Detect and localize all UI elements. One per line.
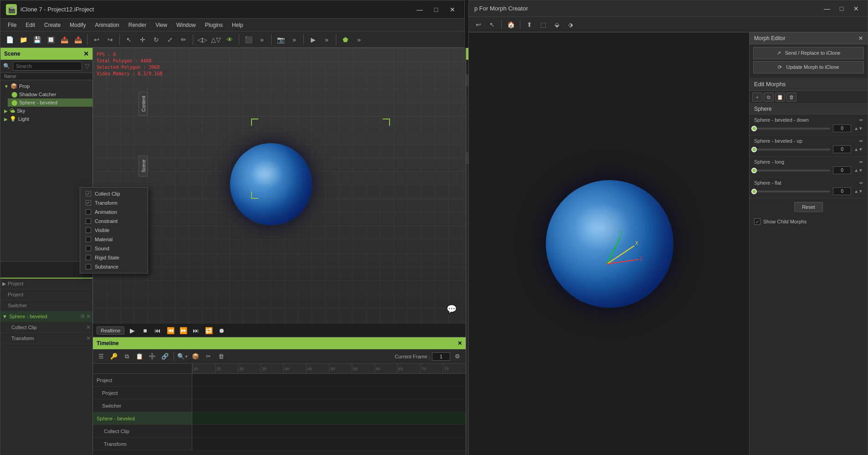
tl-settings-btn[interactable]: ⚙ — [452, 351, 463, 362]
add-morph-btn[interactable]: + — [752, 93, 762, 102]
slider-edit-long[interactable]: ✏ — [859, 160, 863, 165]
tl-split-btn[interactable]: ✂ — [203, 351, 214, 362]
slider-value-down[interactable] — [833, 124, 851, 132]
morph-select-btn[interactable]: ↖ — [486, 19, 498, 31]
slider-track-long[interactable] — [754, 170, 830, 171]
tl-connect-btn[interactable]: 🔗 — [159, 351, 170, 362]
slider-spinner-up-down[interactable]: ▲▼ — [854, 126, 863, 131]
delete-morph-btn[interactable]: 🗑 — [786, 93, 796, 102]
anim-more[interactable]: » — [320, 33, 333, 46]
stop-button[interactable]: ■ — [140, 326, 150, 336]
brush-button[interactable]: ✏ — [177, 33, 190, 46]
slider-thumb-long[interactable] — [751, 168, 757, 173]
context-item-transform[interactable]: Transform — [80, 198, 148, 207]
rotate-button[interactable]: ↻ — [150, 33, 163, 46]
more-button-1[interactable]: » — [256, 33, 268, 46]
scene-side-tab[interactable]: Scene — [139, 155, 148, 176]
slider-track-up[interactable] — [754, 149, 830, 150]
realtime-button[interactable]: Realtime — [97, 326, 124, 335]
morph-view3-btn[interactable]: ⬙ — [551, 19, 563, 31]
menu-plugins[interactable]: Plugins — [201, 21, 226, 29]
flip-v-button[interactable]: △▽ — [210, 33, 222, 46]
tl-zoom-in[interactable]: 🔍+ — [177, 351, 188, 362]
morph-undo-btn[interactable]: ↩ — [473, 19, 484, 31]
comment-icon[interactable]: 💬 — [447, 304, 457, 314]
track-label-sphere[interactable]: Sphere - beveled — [93, 412, 192, 425]
import-button[interactable]: 📥 — [72, 33, 84, 46]
context-item-collect-clip[interactable]: Collect Clip — [80, 189, 148, 198]
track-settings-icon[interactable]: ⚙ — [80, 313, 85, 320]
camera-button[interactable]: 📷 — [274, 33, 287, 46]
morph-home-btn[interactable]: 🏠 — [505, 19, 517, 31]
tl-delete-btn[interactable]: 🗑 — [216, 351, 226, 362]
prev-frame-button[interactable]: ⏮ — [153, 326, 163, 336]
context-item-visible[interactable]: Visible — [80, 226, 148, 235]
tree-item-light[interactable]: ▶ 💡 Light — [0, 115, 92, 123]
menu-render[interactable]: Render — [125, 21, 150, 29]
slider-spinner-flat[interactable]: ▲▼ — [854, 189, 863, 194]
morph-view4-btn[interactable]: ⬗ — [565, 19, 576, 31]
slider-thumb-down[interactable] — [751, 126, 757, 131]
next-frame-button[interactable]: ⏭ — [191, 326, 201, 336]
context-item-rigid-state[interactable]: Rigid State — [80, 253, 148, 262]
slider-thumb-up[interactable] — [751, 147, 757, 152]
tl-key-btn[interactable]: 🔑 — [108, 351, 119, 362]
tl-zoom-out[interactable]: 📦 — [190, 351, 201, 362]
current-frame-input[interactable] — [432, 352, 450, 361]
paste-morph-btn[interactable]: 📋 — [775, 93, 785, 102]
save-file-button[interactable]: 💾 — [31, 33, 43, 46]
morph-view1-btn[interactable]: ⬆ — [524, 19, 535, 31]
snap-button[interactable]: ⬟ — [339, 33, 352, 46]
new-file-button[interactable]: 📄 — [3, 33, 16, 46]
morph-maximize-btn[interactable]: □ — [836, 4, 847, 13]
close-button[interactable]: ✕ — [446, 5, 459, 14]
tl-tracks-btn[interactable]: ☰ — [96, 351, 107, 362]
snap-more[interactable]: » — [353, 33, 365, 46]
tree-item-sphere-beveled[interactable]: ⬤ Sphere - beveled — [8, 98, 92, 107]
slider-edit-down[interactable]: ✏ — [859, 118, 863, 123]
menu-modify[interactable]: Modify — [66, 21, 89, 29]
morph-minimize-btn[interactable]: — — [821, 4, 833, 13]
scale-button[interactable]: ⤢ — [164, 33, 176, 46]
menu-create[interactable]: Create — [41, 21, 64, 29]
content-side-tab[interactable]: Content — [139, 92, 148, 116]
track-close-icon[interactable]: ✕ — [86, 313, 91, 320]
menu-file[interactable]: File — [4, 21, 20, 29]
menu-help[interactable]: Help — [228, 21, 247, 29]
context-item-material[interactable]: Material — [80, 235, 148, 244]
preview-button[interactable]: 🔲 — [44, 33, 57, 46]
reset-button[interactable]: Reset — [794, 202, 823, 212]
slider-spinner-up-up[interactable]: ▲▼ — [854, 147, 863, 152]
tl-add-btn[interactable]: ➕ — [147, 351, 158, 362]
slider-track-flat[interactable] — [754, 191, 830, 192]
export-button[interactable]: 📤 — [58, 33, 71, 46]
slider-value-flat[interactable] — [833, 187, 851, 195]
record-button[interactable]: ⏺ — [216, 326, 226, 336]
context-item-constraint[interactable]: Constraint — [80, 217, 148, 226]
menu-animation[interactable]: Animation — [91, 21, 123, 29]
slider-thumb-flat[interactable] — [751, 189, 757, 194]
maximize-button[interactable]: □ — [430, 5, 442, 14]
slider-value-long[interactable] — [833, 166, 851, 174]
redo-button[interactable]: ↪ — [104, 33, 117, 46]
visibility-button[interactable]: 👁 — [223, 33, 236, 46]
menu-edit[interactable]: Edit — [22, 21, 39, 29]
morph-editor-close[interactable]: ✕ — [858, 35, 863, 41]
send-replace-button[interactable]: ↗ Send / Replace to iClone — [753, 47, 864, 59]
context-item-substance[interactable]: Substance — [80, 262, 148, 271]
camera-more[interactable]: » — [288, 33, 301, 46]
copy-morph-btn[interactable]: ⧉ — [764, 93, 774, 102]
select-button[interactable]: ↖ — [123, 33, 135, 46]
flip-h-button[interactable]: ◁▷ — [196, 33, 209, 46]
context-item-sound[interactable]: Sound — [80, 244, 148, 253]
slider-spinner-long[interactable]: ▲▼ — [854, 168, 863, 173]
update-morph-button[interactable]: ⟳ Update Morph to iClone — [753, 61, 864, 73]
rewind-button[interactable]: ⏪ — [165, 326, 175, 336]
search-options-icon[interactable]: ▽ — [85, 62, 90, 70]
tree-item-shadow-catcher[interactable]: ⬤ Shadow Catcher — [8, 90, 92, 98]
menu-window[interactable]: Window — [173, 21, 200, 29]
tl-copy-btn[interactable]: ⧉ — [121, 351, 132, 362]
tl-paste-btn[interactable]: 📋 — [134, 351, 145, 362]
timeline-close[interactable]: ✕ — [457, 340, 462, 346]
slider-edit-up[interactable]: ✏ — [859, 139, 863, 144]
